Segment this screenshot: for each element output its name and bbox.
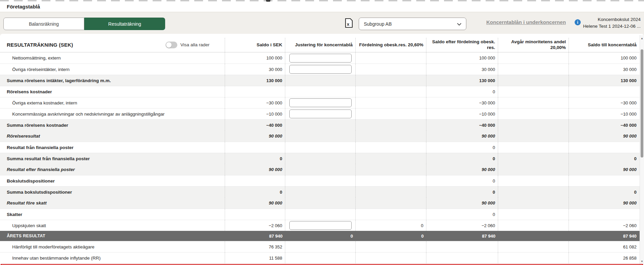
table-header-row: RESULTATRÄKNING (SEK) Visa alla rader Sa… bbox=[0, 38, 644, 52]
cell-fordelning-obesk-res bbox=[356, 97, 426, 108]
cell-saldo-till-koncerntabla bbox=[569, 209, 639, 220]
toggle-knob bbox=[166, 42, 172, 48]
justering-input[interactable] bbox=[289, 221, 352, 230]
subgroup-concern-link[interactable]: Koncerntablån i underkoncernen bbox=[486, 19, 566, 25]
cell-justering bbox=[285, 109, 356, 119]
cell-fordelning-obesk-res bbox=[356, 130, 426, 142]
table-row: Nettoomsättning, extern 100 000 100 000 … bbox=[0, 52, 644, 64]
cell-saldo-i-sek: 100 000 bbox=[225, 52, 285, 64]
row-label: Rörelsens kostnader bbox=[0, 86, 225, 97]
cell-justering bbox=[285, 97, 356, 108]
cell-fordelning-obesk-res bbox=[356, 109, 426, 119]
cell-justering bbox=[285, 197, 356, 209]
company-select[interactable]: Subgroup AB bbox=[359, 18, 466, 30]
cell-fordelning-obesk-res: 0 bbox=[356, 220, 426, 231]
cell-saldo-i-sek: 0 bbox=[225, 187, 285, 197]
scrollbar-thumb[interactable] bbox=[641, 49, 643, 158]
cell-fordelning-obesk-res bbox=[356, 86, 426, 97]
row-label: Resultat före skatt bbox=[0, 197, 225, 209]
cell-fordelning-obesk-res bbox=[356, 209, 426, 220]
row-label: Innehav utan bestämmande inflytande (RR) bbox=[0, 252, 225, 263]
column-header-fordelning-obesk-res: Fördelning obesk.res. 20,60% bbox=[356, 38, 426, 52]
cell-saldo-i-sek: 11 588 bbox=[225, 252, 285, 263]
svg-text:x: x bbox=[347, 22, 350, 27]
cell-saldo-till-koncerntabla bbox=[569, 175, 639, 186]
cell-avgar-minoritet bbox=[498, 153, 569, 164]
table-row: Koncernmässiga avskrivningar och nedskri… bbox=[0, 108, 644, 119]
cell-fordelning-obesk-res bbox=[356, 64, 426, 75]
row-label: Nettoomsättning, extern bbox=[0, 52, 225, 64]
table-row: Summa rörelsens kostnader −40 000 −40 00… bbox=[0, 119, 644, 130]
vertical-scrollbar[interactable]: ▲ ▼ bbox=[640, 35, 644, 265]
row-label: Övriga externa kostnader, intern bbox=[0, 97, 225, 108]
cell-saldo-i-sek bbox=[225, 175, 285, 186]
excel-export-button[interactable]: x bbox=[343, 18, 355, 29]
cell-saldo-efter-fordelning: 90 000 bbox=[426, 130, 498, 142]
cell-saldo-i-sek: 90 000 bbox=[225, 130, 285, 142]
justering-input[interactable] bbox=[289, 110, 352, 118]
row-label: Hänförligt till moderföretagets aktieäga… bbox=[0, 241, 225, 252]
cell-saldo-i-sek bbox=[225, 142, 285, 153]
cell-saldo-i-sek: 30 000 bbox=[225, 64, 285, 75]
table-row: Övriga rörelseintäkter, intern 30 000 30… bbox=[0, 64, 644, 75]
row-label: ÅRETS RESULTAT bbox=[0, 231, 225, 241]
cell-saldo-till-koncerntabla: −10 000 bbox=[569, 109, 639, 119]
cell-saldo-i-sek: −10 000 bbox=[225, 109, 285, 119]
table-row: Resultat efter finansiella poster 90 000… bbox=[0, 164, 644, 175]
cell-saldo-till-koncerntabla: 90 000 bbox=[569, 130, 639, 142]
cell-saldo-efter-fordelning bbox=[426, 252, 498, 263]
cell-avgar-minoritet bbox=[498, 164, 569, 175]
context-fiscal-year: Koncernbokslut 2024 bbox=[583, 16, 641, 23]
cell-justering bbox=[285, 241, 356, 252]
table-row: Innehav utan bestämmande inflytande (RR)… bbox=[0, 252, 644, 263]
cell-saldo-efter-fordelning: −40 000 bbox=[426, 120, 498, 130]
dashed-divider bbox=[0, 0, 644, 1]
cell-saldo-efter-fordelning: 130 000 bbox=[426, 75, 498, 86]
cell-saldo-till-koncerntabla bbox=[569, 142, 639, 153]
column-header-saldo-i-sek: Saldo i SEK bbox=[225, 38, 285, 52]
cell-saldo-efter-fordelning: 0 bbox=[426, 175, 498, 186]
info-icon[interactable]: i bbox=[575, 19, 581, 25]
cell-avgar-minoritet bbox=[498, 175, 569, 186]
table-row: Rörelseresultat 90 000 90 000 90 000 bbox=[0, 130, 644, 142]
cell-saldo-i-sek: 87 940 bbox=[225, 231, 285, 241]
cell-fordelning-obesk-res bbox=[356, 187, 426, 197]
cell-saldo-efter-fordelning: 100 000 bbox=[426, 52, 498, 64]
cell-saldo-efter-fordelning: 0 bbox=[426, 153, 498, 164]
row-label: Bokslutsdispositioner bbox=[0, 175, 225, 186]
cell-justering bbox=[285, 130, 356, 142]
cell-saldo-till-koncerntabla: 26 858 bbox=[569, 252, 639, 263]
cell-saldo-till-koncerntabla: 90 000 bbox=[569, 164, 639, 175]
justering-input[interactable] bbox=[289, 65, 352, 74]
justering-input[interactable] bbox=[289, 98, 352, 107]
cell-saldo-efter-fordelning: −30 000 bbox=[426, 97, 498, 108]
scrollbar-up-arrow[interactable]: ▲ bbox=[640, 36, 644, 41]
column-header-saldo-till-koncerntabla: Saldo till koncerntablå bbox=[569, 38, 639, 52]
table-row: Resultat från finansiella poster 0 bbox=[0, 142, 644, 153]
cell-avgar-minoritet bbox=[498, 109, 569, 119]
cell-saldo-till-koncerntabla: 130 000 bbox=[569, 75, 639, 86]
toolbar: Balansräkning Resultaträkning x Subgroup… bbox=[0, 13, 644, 34]
cell-saldo-till-koncerntabla: 61 082 bbox=[569, 241, 639, 252]
justering-input[interactable] bbox=[289, 54, 352, 63]
tab-balansrakning[interactable]: Balansräkning bbox=[3, 18, 84, 30]
row-label: Summa bokslutsdispositioner bbox=[0, 187, 225, 197]
cell-avgar-minoritet bbox=[498, 220, 569, 231]
tab-resultatrakning[interactable]: Resultaträkning bbox=[84, 18, 165, 30]
cell-saldo-i-sek: 0 bbox=[225, 153, 285, 164]
row-label: Summa rörelsens kostnader bbox=[0, 120, 225, 130]
table-row: Skatter 0 bbox=[0, 209, 644, 220]
table-row: Resultat före skatt 90 000 90 000 90 000 bbox=[0, 197, 644, 209]
table-row: Summa rörelsens intäkter, lagerförändrin… bbox=[0, 75, 644, 86]
tab-label: Resultaträkning bbox=[108, 21, 141, 27]
row-label: Summa resultat från finansiella poster bbox=[0, 153, 225, 164]
table-body: Nettoomsättning, extern 100 000 100 000 … bbox=[0, 52, 644, 263]
cell-fordelning-obesk-res bbox=[356, 175, 426, 186]
cell-avgar-minoritet bbox=[498, 86, 569, 97]
toggle-label: Visa alla rader bbox=[180, 42, 209, 48]
show-all-rows-toggle[interactable] bbox=[165, 42, 177, 48]
scrollbar-down-arrow[interactable]: ▼ bbox=[640, 259, 644, 264]
cell-saldo-till-koncerntabla: −2 060 bbox=[569, 220, 639, 231]
table-row: Summa resultat från finansiella poster 0… bbox=[0, 153, 644, 164]
table-row: ÅRETS RESULTAT 87 940 0 0 87 940 87 940 bbox=[0, 231, 644, 241]
